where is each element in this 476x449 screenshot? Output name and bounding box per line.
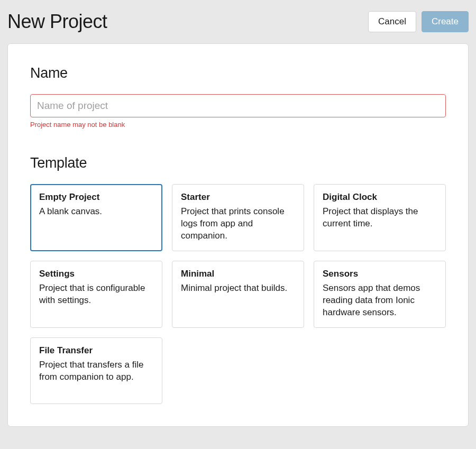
create-button[interactable]: Create	[422, 11, 469, 32]
template-card-sensors[interactable]: Sensors Sensors app that demos reading d…	[314, 261, 446, 328]
name-heading: Name	[30, 65, 446, 81]
template-card-empty-project[interactable]: Empty Project A blank canvas.	[30, 184, 162, 251]
template-title: Minimal	[181, 269, 295, 279]
template-desc: Sensors app that demos reading data from…	[323, 282, 437, 319]
template-desc: Project that prints console logs from ap…	[181, 206, 295, 242]
template-card-settings[interactable]: Settings Project that is configurable wi…	[30, 261, 162, 328]
template-title: Settings	[39, 269, 153, 279]
template-heading: Template	[30, 155, 446, 171]
template-card-file-transfer[interactable]: File Transfer Project that transfers a f…	[30, 337, 162, 404]
template-title: Digital Clock	[323, 192, 437, 203]
header-buttons: Cancel Create	[368, 11, 469, 32]
template-desc: Project that displays the current time.	[323, 206, 437, 230]
template-title: Starter	[181, 192, 295, 203]
template-desc: Project that is configurable with settin…	[39, 282, 153, 307]
project-name-input[interactable]	[30, 94, 446, 117]
template-title: File Transfer	[39, 345, 153, 356]
template-desc: Minimal project that builds.	[181, 282, 295, 295]
main-panel: Name Project name may not be blank Templ…	[7, 43, 469, 427]
template-card-minimal[interactable]: Minimal Minimal project that builds.	[172, 261, 304, 328]
dialog-header: New Project Cancel Create	[0, 0, 476, 43]
name-field-wrap: Project name may not be blank	[30, 94, 446, 129]
template-card-starter[interactable]: Starter Project that prints console logs…	[172, 184, 304, 251]
template-desc: Project that transfers a file from compa…	[39, 359, 153, 383]
cancel-button[interactable]: Cancel	[368, 11, 416, 32]
template-card-digital-clock[interactable]: Digital Clock Project that displays the …	[314, 184, 446, 251]
page-title: New Project	[7, 11, 107, 33]
template-desc: A blank canvas.	[39, 206, 153, 218]
template-title: Sensors	[323, 269, 437, 279]
name-error-text: Project name may not be blank	[30, 121, 446, 129]
template-grid: Empty Project A blank canvas. Starter Pr…	[30, 184, 446, 404]
template-title: Empty Project	[39, 192, 153, 203]
